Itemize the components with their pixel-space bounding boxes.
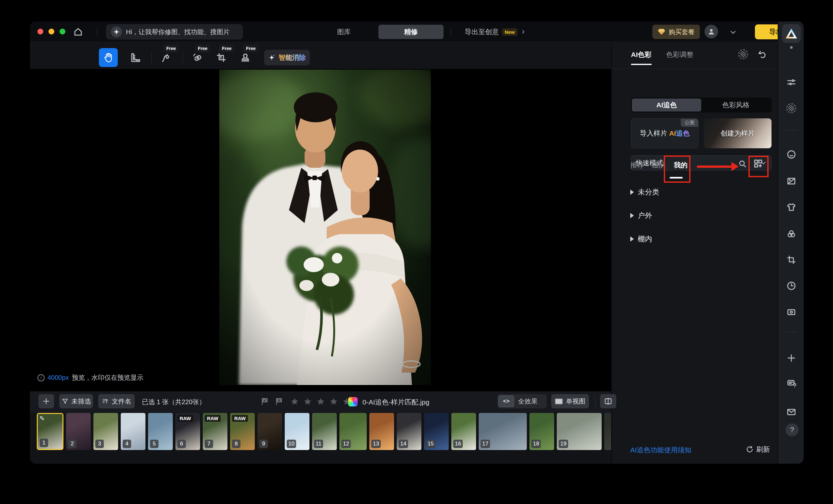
filmstrip-thumb-2[interactable]: 2	[66, 413, 91, 450]
clock-icon	[786, 281, 796, 291]
close-window-button[interactable]	[38, 29, 43, 34]
color-label-button[interactable]	[348, 397, 358, 406]
hand-tool-button[interactable]	[99, 48, 118, 67]
home-icon	[73, 27, 83, 37]
filter-tab-recommend[interactable]: 推荐	[630, 161, 644, 170]
filmstrip-thumb-5[interactable]: 5	[148, 413, 173, 450]
panel-tab-ai-color[interactable]: AI色彩	[631, 50, 651, 59]
add-plugin-button[interactable]	[786, 353, 796, 364]
right-toolbar-strip: ?	[778, 22, 804, 464]
panel-reset-button[interactable]	[757, 49, 767, 60]
thumb-number-badge: 4	[123, 439, 131, 448]
blend-circles-icon	[786, 229, 796, 239]
smart-remove-button[interactable]: 智能消除	[264, 50, 310, 65]
filmstrip-thumb-18[interactable]: 18	[529, 413, 554, 450]
filmstrip-thumb-14[interactable]: 14	[397, 413, 421, 450]
section-studio[interactable]: 棚内	[630, 234, 652, 244]
photo-preview[interactable]	[219, 70, 431, 385]
buy-plan-button[interactable]: 购买套餐	[652, 25, 700, 39]
filmstrip-thumb-8[interactable]: RAW8	[230, 413, 255, 450]
star-icon[interactable]	[316, 397, 325, 406]
filmstrip-thumb-1[interactable]: ✎1	[37, 413, 64, 450]
filmstrip-thumb-12[interactable]: 12	[339, 413, 367, 450]
account-chevron-button[interactable]	[730, 29, 737, 37]
split-view-button[interactable]	[600, 394, 616, 408]
history-button[interactable]	[786, 281, 796, 292]
flag-pick-button[interactable]	[260, 397, 269, 407]
tab-library[interactable]: 图库	[316, 25, 372, 39]
add-photo-button[interactable]	[39, 394, 54, 408]
star-icon[interactable]	[329, 397, 338, 406]
filmstrip-thumb-7[interactable]: RAW7	[203, 413, 228, 450]
panel-tab-underline	[631, 64, 652, 65]
caret-right-icon	[630, 213, 634, 218]
portrait-button[interactable]	[786, 150, 796, 161]
filter-button[interactable]: 未筛选	[59, 394, 93, 408]
reset-icon	[757, 49, 767, 59]
app-logo-button[interactable]	[782, 24, 801, 43]
filmstrip-thumb-4[interactable]: 4	[121, 413, 145, 450]
filmstrip-thumb-15[interactable]: 15	[424, 413, 449, 450]
liquify-tool-button[interactable]: Free	[155, 48, 176, 67]
filmstrip-thumb-3[interactable]: 3	[93, 413, 118, 450]
export-to-creative-button[interactable]: 导出至创意 New	[458, 25, 533, 39]
feedback-button[interactable]	[786, 378, 796, 389]
filmstrip-thumb-13[interactable]: 13	[369, 413, 394, 450]
account-avatar[interactable]	[705, 25, 718, 39]
adjustments-button[interactable]	[786, 77, 796, 89]
flag-reject-button[interactable]	[275, 397, 284, 407]
mail-button[interactable]	[786, 407, 796, 418]
create-sample-card[interactable]: 创建为样片	[704, 118, 771, 148]
filmstrip-thumb-16[interactable]: 16	[451, 413, 476, 450]
section-outdoor[interactable]: 户外	[630, 211, 652, 221]
search-samples-button[interactable]	[738, 159, 747, 170]
crop-button[interactable]	[786, 255, 796, 266]
thumb-number-badge: 6	[177, 439, 186, 448]
minimize-window-button[interactable]	[48, 29, 54, 34]
filmstrip-thumb-11[interactable]: 11	[312, 413, 337, 450]
stamp-icon	[240, 52, 251, 63]
stamp-tool-button[interactable]: Free	[235, 48, 256, 67]
filmstrip-thumb-9[interactable]: 9	[257, 413, 282, 450]
funnel-icon	[62, 398, 69, 405]
home-button[interactable]	[73, 27, 83, 38]
texture-button[interactable]	[786, 103, 796, 113]
section-uncategorized[interactable]: 未分类	[630, 187, 659, 197]
star-icon[interactable]	[303, 397, 312, 406]
seg-color-style[interactable]: 色彩风格	[701, 99, 770, 111]
import-sample-card[interactable]: 公测 导入样片 AI追色	[631, 118, 698, 148]
raw-badge: RAW	[177, 415, 193, 422]
clothing-button[interactable]	[786, 202, 796, 213]
filmstrip-thumb-10[interactable]: 10	[285, 413, 309, 450]
mask-preview-button[interactable]	[738, 49, 748, 59]
viewfinder-button[interactable]	[786, 307, 796, 318]
ai-match-notice-link[interactable]: AI追色功能使用须知	[630, 446, 691, 455]
panel-tab-color-adjust[interactable]: 色彩调整	[666, 50, 693, 59]
assistant-hint: Hi，让我帮你修图、找功能、搜图片	[126, 28, 230, 36]
star-icon[interactable]	[290, 397, 299, 406]
strip-divider	[785, 332, 797, 332]
ruler-tool-button[interactable]	[126, 48, 145, 67]
sort-button[interactable]: 文件名	[98, 394, 135, 408]
single-view-button[interactable]: 单视图	[551, 394, 589, 408]
image-edit-button[interactable]	[786, 176, 796, 187]
refresh-button[interactable]: 刷新	[746, 445, 770, 454]
filmstrip-thumb-partial[interactable]	[604, 413, 611, 450]
color-blend-button[interactable]	[786, 229, 796, 240]
zoom-window-button[interactable]	[60, 29, 65, 34]
tab-retouch[interactable]: 精修	[378, 25, 444, 39]
star-rating	[290, 397, 351, 406]
seg-ai-match[interactable]: AI追色	[632, 99, 701, 111]
crop-tool-button[interactable]: Free	[211, 48, 232, 67]
titlebar-divider	[97, 28, 97, 36]
filmstrip-thumb-19[interactable]: 19	[557, 413, 602, 450]
filmstrip-thumb-6[interactable]: RAW6	[175, 413, 200, 450]
filmstrip-thumb-17[interactable]: 17	[479, 413, 527, 450]
effects-toggle[interactable]: <> 全效果	[497, 394, 547, 408]
ai-assistant-pill[interactable]: Hi，让我帮你修图、找功能、搜图片	[106, 24, 243, 39]
heal-tool-button[interactable]: Free	[187, 48, 208, 67]
flag-pick-icon	[260, 397, 269, 406]
help-button[interactable]: ?	[785, 423, 799, 436]
compare-chip[interactable]: <>	[499, 395, 514, 407]
annotation-box-manage-button	[748, 156, 768, 177]
